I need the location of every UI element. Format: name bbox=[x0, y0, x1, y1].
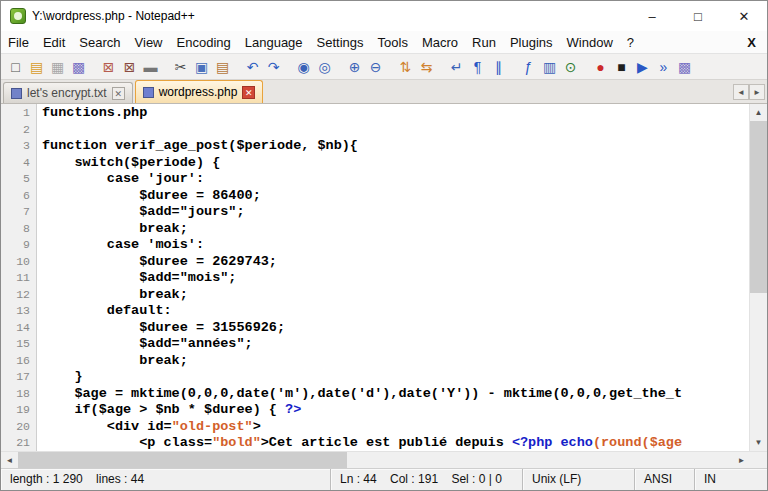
horizontal-scroll-thumb[interactable] bbox=[18, 452, 347, 468]
line-number-gutter[interactable]: 123456789101112131415161718192021 bbox=[1, 104, 37, 451]
minimize-button[interactable]: – bbox=[629, 1, 675, 31]
show-all-characters-icon[interactable]: ¶ bbox=[467, 56, 488, 77]
sync-horizontal-scrolling-icon[interactable]: ⇆ bbox=[416, 56, 437, 77]
paste-icon[interactable]: ▤ bbox=[212, 56, 233, 77]
tab-scroll-buttons: ◄ ► bbox=[733, 84, 765, 100]
tab-let-s-encrypt-txt[interactable]: let's encrypt.txt✕ bbox=[3, 82, 133, 103]
run-macro-multiple-times-icon[interactable]: » bbox=[653, 56, 674, 77]
menu-item-plugins[interactable]: Plugins bbox=[503, 33, 560, 52]
code-line[interactable]: case 'mois': bbox=[42, 237, 749, 254]
print-icon[interactable]: ▬ bbox=[140, 56, 161, 77]
menu-item-settings[interactable]: Settings bbox=[310, 33, 371, 52]
code-line[interactable]: $duree = 86400; bbox=[42, 188, 749, 205]
replace-icon[interactable]: ◎ bbox=[314, 56, 335, 77]
notepadpp-icon[interactable] bbox=[10, 8, 26, 24]
word-wrap-icon[interactable]: ↵ bbox=[446, 56, 467, 77]
status-doc-length: length : 1 290 lines : 44 bbox=[1, 469, 331, 490]
playback-macro-icon[interactable]: ▶ bbox=[632, 56, 653, 77]
find-icon[interactable]: ◉ bbox=[293, 56, 314, 77]
code-line[interactable]: break; bbox=[42, 353, 749, 370]
document-map-icon[interactable]: ▥ bbox=[539, 56, 560, 77]
line-number: 14 bbox=[1, 320, 30, 337]
menu-item-search[interactable]: Search bbox=[72, 33, 127, 52]
scroll-left-icon[interactable]: ◄ bbox=[1, 452, 18, 469]
code-line[interactable]: $add="mois"; bbox=[42, 270, 749, 287]
line-number: 3 bbox=[1, 138, 30, 155]
code-line[interactable]: $duree = 31556926; bbox=[42, 320, 749, 337]
status-cursor-position: Ln : 44 Col : 191 Sel : 0 | 0 bbox=[331, 469, 523, 490]
tabbar: let's encrypt.txt✕wordpress.php✕ ◄ ► bbox=[1, 80, 767, 104]
scroll-right-icon[interactable]: ► bbox=[733, 452, 750, 469]
tab-close-icon[interactable]: ✕ bbox=[242, 86, 255, 99]
status-insert-mode: IN bbox=[695, 469, 767, 490]
code-line[interactable]: break; bbox=[42, 221, 749, 238]
tab-wordpress-php[interactable]: wordpress.php✕ bbox=[135, 80, 264, 103]
tab-scroll-right-icon[interactable]: ► bbox=[749, 84, 765, 100]
code-line[interactable] bbox=[42, 122, 749, 139]
code-line[interactable]: $age = mktime(0,0,0,date('m'),date('d'),… bbox=[42, 386, 749, 403]
close-button[interactable]: ✕ bbox=[721, 1, 767, 31]
scroll-up-icon[interactable]: ▲ bbox=[750, 104, 767, 121]
code-line[interactable]: <div id="old-post"> bbox=[42, 419, 749, 436]
cut-icon[interactable]: ✂ bbox=[170, 56, 191, 77]
save-recorded-macro-icon[interactable]: ▩ bbox=[674, 56, 695, 77]
horizontal-scrollbar[interactable]: ◄ ► bbox=[1, 451, 767, 468]
code-line[interactable]: } bbox=[42, 369, 749, 386]
scroll-down-icon[interactable]: ▼ bbox=[750, 434, 767, 451]
tab-scroll-left-icon[interactable]: ◄ bbox=[733, 84, 749, 100]
close-icon[interactable]: ⊠ bbox=[98, 56, 119, 77]
editor: 123456789101112131415161718192021 functi… bbox=[1, 104, 767, 451]
code-line[interactable]: $duree = 2629743; bbox=[42, 254, 749, 271]
menu-item-help[interactable]: ? bbox=[620, 33, 641, 52]
menu-item-window[interactable]: Window bbox=[560, 33, 620, 52]
zoom-in-icon[interactable]: ⊕ bbox=[344, 56, 365, 77]
titlebar[interactable]: Y:\wordpress.php - Notepad++ – □ ✕ bbox=[1, 1, 767, 31]
code-line[interactable]: <p class="bold">Cet article est publié d… bbox=[42, 435, 749, 451]
code-line[interactable]: function verif_age_post($periode, $nb){ bbox=[42, 138, 749, 155]
horizontal-scroll-track[interactable] bbox=[18, 452, 733, 468]
menubar-close-button[interactable]: X bbox=[736, 35, 767, 50]
vertical-scroll-thumb[interactable] bbox=[750, 121, 767, 293]
menu-item-file[interactable]: File bbox=[1, 33, 36, 52]
menu-item-language[interactable]: Language bbox=[238, 33, 310, 52]
tab-close-icon[interactable]: ✕ bbox=[112, 87, 125, 100]
redo-icon[interactable]: ↷ bbox=[263, 56, 284, 77]
close-all-icon[interactable]: ⊠ bbox=[119, 56, 140, 77]
menu-item-edit[interactable]: Edit bbox=[36, 33, 72, 52]
code-line[interactable]: if($age > $nb * $duree) { ?> bbox=[42, 402, 749, 419]
code-line[interactable]: default: bbox=[42, 303, 749, 320]
zoom-out-icon[interactable]: ⊖ bbox=[365, 56, 386, 77]
menu-item-view[interactable]: View bbox=[128, 33, 170, 52]
menu-item-tools[interactable]: Tools bbox=[371, 33, 415, 52]
saved-file-icon bbox=[11, 88, 22, 99]
tab-label: wordpress.php bbox=[159, 85, 238, 99]
code-line[interactable]: case 'jour': bbox=[42, 171, 749, 188]
new-file-icon[interactable]: □ bbox=[5, 56, 26, 77]
vertical-scroll-track[interactable] bbox=[750, 121, 767, 434]
code-line[interactable]: $add="jours"; bbox=[42, 204, 749, 221]
code-line[interactable]: $add="années"; bbox=[42, 336, 749, 353]
record-macro-icon[interactable]: ● bbox=[590, 56, 611, 77]
menu-item-run[interactable]: Run bbox=[465, 33, 503, 52]
open-file-icon[interactable]: ▤ bbox=[26, 56, 47, 77]
code-line[interactable]: functions.php bbox=[42, 105, 749, 122]
code-line[interactable]: switch($periode) { bbox=[42, 155, 749, 172]
stop-macro-recording-icon[interactable]: ■ bbox=[611, 56, 632, 77]
copy-icon[interactable]: ▣ bbox=[191, 56, 212, 77]
function-list-icon[interactable]: ƒ bbox=[518, 56, 539, 77]
menubar: FileEditSearchViewEncodingLanguageSettin… bbox=[1, 31, 767, 53]
save-all-icon[interactable]: ▩ bbox=[68, 56, 89, 77]
monitoring-icon[interactable]: ⊙ bbox=[560, 56, 581, 77]
vertical-scrollbar[interactable]: ▲ ▼ bbox=[749, 104, 767, 451]
code-line[interactable]: break; bbox=[42, 287, 749, 304]
undo-icon[interactable]: ↶ bbox=[242, 56, 263, 77]
scrollbar-corner bbox=[750, 452, 767, 468]
window-title: Y:\wordpress.php - Notepad++ bbox=[32, 9, 195, 23]
save-icon[interactable]: ▦ bbox=[47, 56, 68, 77]
maximize-button[interactable]: □ bbox=[675, 1, 721, 31]
menu-item-macro[interactable]: Macro bbox=[415, 33, 465, 52]
code-area[interactable]: functions.php function verif_age_post($p… bbox=[37, 104, 749, 451]
sync-vertical-scrolling-icon[interactable]: ⇅ bbox=[395, 56, 416, 77]
menu-item-encoding[interactable]: Encoding bbox=[170, 33, 238, 52]
show-indent-guide-icon[interactable]: ∥ bbox=[488, 56, 509, 77]
